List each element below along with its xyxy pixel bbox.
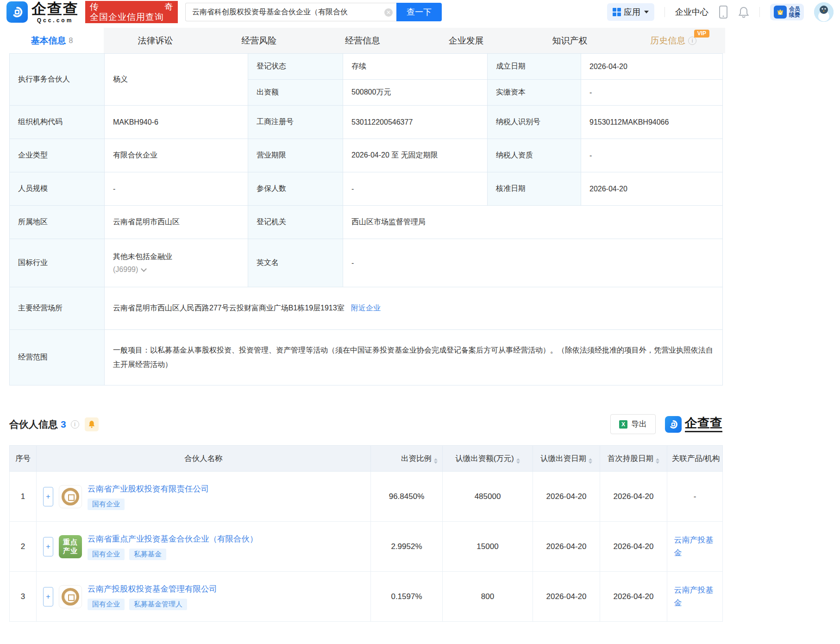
row-amount: 800 — [443, 572, 533, 622]
avatar[interactable] — [814, 2, 834, 22]
row-pay-date: 2026-04-20 — [533, 472, 600, 522]
tag-state-owned[interactable]: 国有企业 — [88, 599, 125, 610]
value-approval-date: 2026-04-20 — [581, 172, 723, 206]
info-icon[interactable]: i — [688, 37, 696, 45]
row-pay-date: 2026-04-20 — [533, 572, 600, 622]
tab-legal-litigation[interactable]: 法律诉讼 — [104, 28, 207, 53]
tab-basic-info[interactable]: 基本信息 8 — [0, 28, 104, 53]
chevron-down-icon — [644, 11, 649, 13]
row-amount: 15000 — [443, 522, 533, 572]
partners-table: 序号 合伙人名称 出资比例 认缴出资额(万元) 认缴出资日期 首次持股日期 关联… — [9, 445, 723, 622]
label-business-scope: 经营范围 — [10, 330, 105, 385]
col-pay-date[interactable]: 认缴出资日期 — [533, 446, 600, 472]
nearby-companies-link[interactable]: 附近企业 — [351, 304, 381, 312]
enterprise-center-link[interactable]: 企业中心 — [675, 6, 708, 18]
expand-button[interactable]: + — [43, 537, 53, 556]
tab-intellectual-property[interactable]: 知识产权 — [518, 28, 622, 53]
col-related: 关联产品/机构 — [667, 446, 723, 472]
tag-state-owned[interactable]: 国有企业 — [88, 549, 125, 560]
basic-info-table: 执行事务合伙人 杨义 登记状态 存续 成立日期 2026-04-20 出资额 5… — [9, 53, 723, 385]
partners-title: 合伙人信息 — [9, 418, 58, 431]
label-establish-date: 成立日期 — [488, 54, 581, 80]
logo-title: 企查查 — [31, 1, 79, 16]
search-button[interactable]: 查一下 — [396, 3, 442, 21]
tab-bar: 基本信息 8 法律诉讼 经营风险 经营信息 企业发展 知识产权 VIP 历史信息… — [0, 28, 725, 53]
label-taxpayer-quality: 纳税人资质 — [488, 139, 581, 172]
expand-button[interactable]: + — [43, 487, 53, 506]
related-fund-link[interactable]: 云南产投基金 — [674, 584, 715, 609]
row-amount: 485000 — [443, 472, 533, 522]
label-taxpayer-id: 纳税人识别号 — [488, 106, 581, 139]
tab-operation-risk[interactable]: 经营风险 — [207, 28, 311, 53]
apps-menu[interactable]: 应用 — [607, 3, 654, 21]
col-ratio[interactable]: 出资比例 — [371, 446, 443, 472]
value-industry: 其他未包括金融业 (J6999) — [105, 239, 248, 287]
tag-private-fund[interactable]: 私募基金 — [129, 549, 166, 560]
qcc-watermark-text: 企查查 — [685, 416, 722, 432]
chevron-down-icon[interactable] — [141, 266, 147, 272]
export-button[interactable]: X 导出 — [610, 414, 656, 434]
expand-button[interactable]: + — [43, 587, 53, 606]
divider — [759, 7, 760, 17]
search-input[interactable] — [186, 3, 396, 21]
sort-icon[interactable] — [434, 458, 438, 464]
value-establish-date: 2026-04-20 — [581, 54, 723, 80]
ad-banner[interactable]: 传 奇 全国企业信用查询 — [85, 1, 178, 23]
mobile-app-icon[interactable] — [719, 5, 728, 19]
related-fund-link[interactable]: 云南产投基金 — [674, 534, 715, 559]
value-region: 云南省昆明市西山区 — [105, 206, 248, 239]
partner-name-link[interactable]: 云南省重点产业投资基金合伙企业（有限合伙） — [88, 533, 258, 544]
row-first-date: 2026-04-20 — [600, 522, 667, 572]
value-reg-no: 530112200546377 — [343, 106, 488, 139]
coin-logo-icon — [62, 488, 79, 505]
tag-state-owned[interactable]: 国有企业 — [88, 499, 125, 510]
value-taxpayer-quality: - — [581, 139, 723, 172]
tab-history-info[interactable]: VIP 历史信息 i — [621, 28, 725, 53]
divider — [664, 7, 665, 17]
label-insured-count: 参保人数 — [248, 172, 343, 206]
qcc-logo[interactable]: 企查查 Qcc.com — [6, 1, 79, 23]
coin-logo-icon — [62, 588, 79, 606]
label-contribution: 出资额 — [248, 80, 343, 106]
partners-section-header: 合伙人信息 3 i X 导出 企查查 — [9, 414, 722, 434]
label-region: 所属地区 — [10, 206, 105, 239]
value-staff-size: - — [105, 172, 248, 206]
vip-line2: 续费 — [789, 12, 800, 18]
row-no: 3 — [10, 572, 37, 622]
tag-fund-manager[interactable]: 私募基金管理人 — [129, 599, 187, 610]
sort-icon[interactable] — [656, 458, 659, 464]
label-reg-status: 登记状态 — [248, 54, 343, 80]
tab-operation-info[interactable]: 经营信息 — [311, 28, 414, 53]
label-reg-no: 工商注册号 — [248, 106, 343, 139]
tab-enterprise-development[interactable]: 企业发展 — [414, 28, 518, 53]
info-icon[interactable]: i — [71, 420, 79, 429]
col-first-date[interactable]: 首次持股日期 — [600, 446, 667, 472]
row-no: 2 — [10, 522, 37, 572]
label-executive-partner: 执行事务合伙人 — [10, 54, 105, 106]
row-first-date: 2026-04-20 — [600, 572, 667, 622]
apps-grid-icon — [613, 8, 621, 16]
tab-basic-info-count: 8 — [69, 37, 73, 45]
row-pay-date: 2026-04-20 — [533, 522, 600, 572]
qcc-watermark-logo: 企查查 — [665, 416, 722, 433]
value-paid-capital: - — [581, 80, 723, 106]
qcc-spiral-icon — [10, 5, 24, 19]
vip-badge: VIP — [694, 30, 709, 38]
label-staff-size: 人员规模 — [10, 172, 105, 206]
partner-name-link[interactable]: 云南产投股权投资基金管理有限公司 — [88, 583, 217, 594]
label-authority: 登记机关 — [248, 206, 343, 239]
col-amount[interactable]: 认缴出资额(万元) — [443, 446, 533, 472]
monitor-bell-icon[interactable] — [85, 417, 99, 431]
qcc-logo-icon — [6, 1, 28, 23]
label-business-term: 营业期限 — [248, 139, 343, 172]
notification-bell-icon[interactable] — [738, 6, 749, 18]
vip-renew-button[interactable]: 会员 续费 — [770, 4, 804, 20]
sort-icon[interactable] — [516, 458, 520, 464]
sort-icon[interactable] — [589, 458, 592, 464]
clear-search-icon[interactable]: ✕ — [384, 8, 393, 17]
row-ratio: 96.8450% — [371, 472, 443, 522]
label-industry: 国标行业 — [10, 239, 105, 287]
apps-label: 应用 — [624, 6, 640, 18]
value-premises: 云南省昆明市西山区人民西路277号云投财富商业广场B1栋19层1913室 附近企… — [105, 287, 723, 330]
partner-name-link[interactable]: 云南省产业股权投资有限责任公司 — [88, 483, 209, 494]
